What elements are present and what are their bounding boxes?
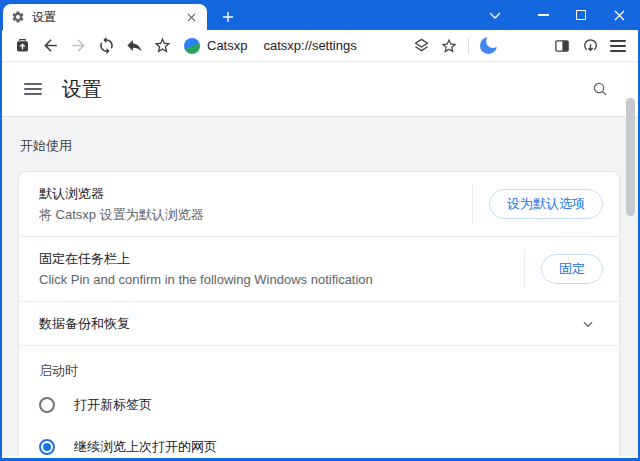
new-tab-plus-icon[interactable]: [213, 4, 243, 30]
site-label: Catsxp: [207, 38, 247, 53]
default-browser-row: 默认浏览器 将 Catsxp 设置为默认浏览器 设为默认选项: [19, 172, 619, 236]
row-separator: [472, 185, 473, 223]
dark-mode-moon-icon[interactable]: [474, 32, 502, 60]
row-separator: [524, 250, 525, 288]
startup-heading: 启动时: [19, 346, 619, 384]
layers-icon[interactable]: [407, 32, 435, 60]
section-label: 开始使用: [2, 117, 638, 171]
star-icon[interactable]: [148, 32, 176, 60]
settings-gear-icon: [11, 10, 25, 24]
search-icon[interactable]: [584, 73, 616, 105]
boss-key-icon[interactable]: [8, 32, 36, 60]
toolbar-right-icons: [407, 32, 632, 60]
data-backup-row[interactable]: 数据备份和恢复: [19, 302, 619, 345]
toolbar-divider: [468, 38, 469, 54]
settings-content: 开始使用 默认浏览器 将 Catsxp 设置为默认浏览器 设为默认选项 固定在任…: [2, 117, 638, 456]
browser-tab[interactable]: 设置: [3, 4, 207, 30]
row-title: 数据备份和恢复: [39, 313, 579, 334]
pin-taskbar-row: 固定在任务栏上 Click Pin and confirm in the fol…: [19, 237, 619, 301]
settings-page: 设置 开始使用 默认浏览器 将 Catsxp 设置为默认浏览器 设为默认选项: [2, 62, 638, 456]
forward-icon[interactable]: [64, 32, 92, 60]
row-subtitle: Click Pin and confirm in the following W…: [39, 269, 524, 290]
browser-window: 设置: [0, 0, 640, 461]
chevron-down-icon[interactable]: [579, 315, 597, 333]
page-title: 设置: [62, 76, 102, 103]
radio-checked-icon[interactable]: [39, 439, 55, 455]
reload-icon[interactable]: [92, 32, 120, 60]
undo-icon[interactable]: [120, 32, 148, 60]
url-text[interactable]: catsxp://settings: [263, 38, 356, 53]
pin-button[interactable]: 固定: [541, 254, 603, 284]
address-bar[interactable]: Catsxp catsxp://settings: [184, 38, 357, 54]
drawer-menu-icon[interactable]: [24, 83, 42, 95]
catsxp-logo-icon: [184, 38, 200, 54]
row-title: 固定在任务栏上: [39, 248, 524, 269]
tab-close-icon[interactable]: [183, 9, 199, 25]
radio-label: 继续浏览上次打开的网页: [74, 438, 217, 456]
radio-label: 打开新标签页: [74, 396, 152, 414]
title-bar: 设置: [2, 0, 638, 30]
set-default-button[interactable]: 设为默认选项: [489, 189, 603, 219]
startup-option-new-tab[interactable]: 打开新标签页: [19, 384, 619, 426]
window-maximize-icon[interactable]: [562, 0, 600, 30]
tab-title: 设置: [32, 9, 176, 26]
sidebar-panel-icon[interactable]: [548, 32, 576, 60]
settings-card: 默认浏览器 将 Catsxp 设置为默认浏览器 设为默认选项 固定在任务栏上 C…: [18, 171, 620, 456]
window-controls: [476, 0, 638, 30]
bookmark-star-icon[interactable]: [435, 32, 463, 60]
window-minimize-icon[interactable]: [524, 0, 562, 30]
radio-unchecked-icon[interactable]: [39, 397, 55, 413]
menu-icon[interactable]: [604, 32, 632, 60]
window-chevron-icon[interactable]: [476, 0, 514, 30]
scrollbar-thumb[interactable]: [626, 98, 635, 216]
back-icon[interactable]: [36, 32, 64, 60]
browser-toolbar: Catsxp catsxp://settings: [2, 30, 638, 62]
settings-header: 设置: [2, 62, 638, 117]
download-icon[interactable]: [576, 32, 604, 60]
row-title: 默认浏览器: [39, 183, 472, 204]
window-close-icon[interactable]: [600, 0, 638, 30]
startup-option-continue[interactable]: 继续浏览上次打开的网页: [19, 426, 619, 456]
row-subtitle: 将 Catsxp 设置为默认浏览器: [39, 204, 472, 225]
